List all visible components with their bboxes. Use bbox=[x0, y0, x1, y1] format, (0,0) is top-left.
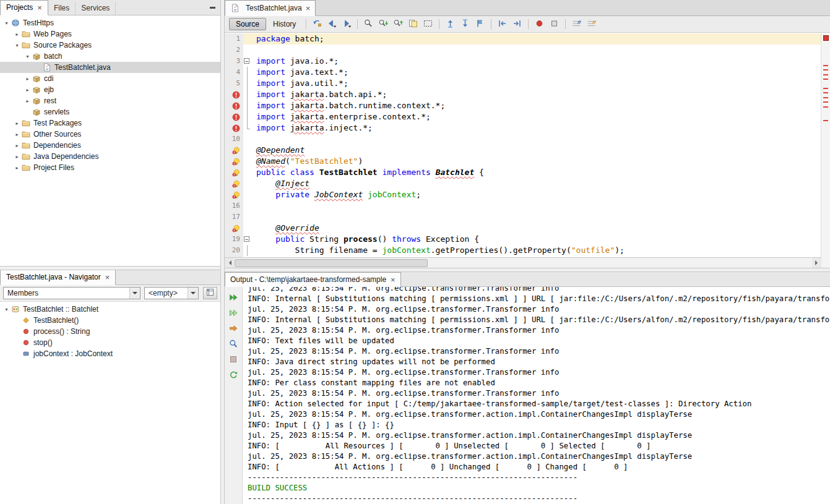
tree-row-rest[interactable]: ▸rest bbox=[0, 95, 220, 106]
code-line-17[interactable]: 17 bbox=[225, 211, 821, 223]
resume-button[interactable] bbox=[227, 323, 240, 336]
tree-row-jobcontext-jobcontext[interactable]: jobContext : JobContext bbox=[0, 348, 220, 359]
tab-services[interactable]: Services bbox=[76, 2, 116, 15]
toggle-highlight-button[interactable] bbox=[406, 17, 420, 31]
error-badge-icon[interactable] bbox=[225, 100, 243, 111]
macro-stop-button[interactable] bbox=[547, 17, 561, 31]
expander-closed-icon[interactable]: ▸ bbox=[13, 154, 21, 160]
code-line-15[interactable]: private JobContext jobContext; bbox=[225, 189, 821, 200]
tab-navigator[interactable]: TestBatchlet.java - Navigator × bbox=[0, 270, 116, 285]
expander-open-icon[interactable]: ▾ bbox=[2, 20, 11, 26]
find-previous-button[interactable] bbox=[391, 17, 405, 31]
close-icon[interactable]: × bbox=[305, 4, 311, 12]
code-line-13[interactable]: public class TestBatchlet implements Bat… bbox=[225, 167, 821, 178]
source-view-button[interactable]: Source bbox=[229, 18, 266, 30]
tree-row-servlets[interactable]: servlets bbox=[0, 106, 220, 117]
tab-files[interactable]: Files bbox=[48, 2, 76, 15]
error-stripe[interactable] bbox=[821, 33, 830, 268]
forward-button[interactable] bbox=[339, 17, 353, 31]
sort-members-button[interactable] bbox=[203, 287, 217, 299]
expander-open-icon[interactable]: ▾ bbox=[13, 43, 21, 48]
code-line-7[interactable]: import jakarta.batch.runtime.context.*; bbox=[225, 100, 821, 111]
error-badge-icon[interactable] bbox=[225, 89, 243, 100]
code-line-2[interactable]: 2 bbox=[225, 45, 821, 56]
back-button[interactable] bbox=[324, 17, 339, 31]
code-line-5[interactable]: 5import java.util.*; bbox=[225, 78, 821, 89]
uncomment-button[interactable] bbox=[584, 17, 599, 31]
tree-row-source-packages[interactable]: ▾Source Packages bbox=[0, 40, 220, 51]
error-stripe-mark[interactable] bbox=[823, 69, 828, 70]
rectangular-selection-button[interactable] bbox=[421, 17, 435, 31]
error-stripe-mark[interactable] bbox=[823, 74, 828, 75]
error-stripe-mark[interactable] bbox=[823, 79, 828, 80]
code-line-8[interactable]: import jakarta.enterprise.context.*; bbox=[225, 111, 821, 122]
output-log[interactable]: jul. 25, 2023 8:15:54 P. M. org.eclipse.… bbox=[243, 287, 830, 504]
close-icon[interactable]: × bbox=[390, 276, 396, 284]
error-hint-icon[interactable] bbox=[225, 167, 243, 178]
error-hint-icon[interactable] bbox=[225, 189, 243, 200]
error-stripe-mark[interactable] bbox=[823, 101, 828, 103]
code-line-3[interactable]: 3−import java.io.*; bbox=[225, 56, 821, 67]
editor-tab-testbatchlet[interactable]: TestBatchlet.java × bbox=[225, 0, 316, 16]
toggle-bookmark-button[interactable] bbox=[473, 17, 487, 31]
expander-closed-icon[interactable]: ▸ bbox=[13, 121, 21, 126]
tree-row-other-sources[interactable]: ▸Other Sources bbox=[0, 129, 220, 140]
error-hint-icon[interactable] bbox=[225, 178, 243, 189]
expander-closed-icon[interactable]: ▸ bbox=[24, 76, 32, 82]
tree-row-testbatchlet-java[interactable]: TestBatchlet.java bbox=[0, 62, 220, 73]
search-output-button[interactable] bbox=[227, 338, 240, 351]
tree-row-testbatchlet-batchlet[interactable]: ▾TestBatchlet :: Batchlet bbox=[0, 304, 220, 315]
code-line-16[interactable]: 16 bbox=[225, 200, 821, 211]
code-line-9[interactable]: import jakarta.inject.*; bbox=[225, 122, 821, 134]
expander-closed-icon[interactable]: ▸ bbox=[24, 98, 32, 104]
tree-row-stop[interactable]: stop() bbox=[0, 337, 220, 348]
tree-row-test-packages[interactable]: ▸Test Packages bbox=[0, 117, 220, 129]
scrollbar-thumb[interactable] bbox=[235, 259, 428, 267]
tree-row-testbatchlet[interactable]: TestBatchlet() bbox=[0, 315, 220, 326]
output-tab[interactable]: Output - C:\temp\jakartaee-transformed-s… bbox=[225, 272, 401, 287]
expander-closed-icon[interactable]: ▸ bbox=[13, 132, 21, 137]
error-stripe-mark[interactable] bbox=[823, 97, 828, 98]
macro-record-button[interactable] bbox=[532, 17, 547, 31]
code-fold-icon[interactable]: − bbox=[243, 56, 251, 67]
left-horizontal-splitter[interactable] bbox=[0, 266, 220, 270]
shift-right-button[interactable] bbox=[510, 17, 524, 31]
code-line-20[interactable]: 20 String filename = jobContext.getPrope… bbox=[225, 245, 821, 256]
code-line-19[interactable]: 19− public String process() throws Excep… bbox=[225, 234, 821, 245]
tree-row-java-dependencies[interactable]: ▸Java Dependencies bbox=[0, 151, 220, 162]
right-horizontal-splitter[interactable] bbox=[225, 268, 830, 272]
error-stripe-mark[interactable] bbox=[823, 120, 828, 121]
tree-row-batch[interactable]: ▾batch bbox=[0, 51, 220, 62]
error-hint-icon[interactable] bbox=[225, 223, 243, 234]
scroll-left-icon[interactable] bbox=[225, 258, 234, 268]
code-line-1[interactable]: 1package batch; bbox=[225, 33, 821, 45]
tree-row-project-files[interactable]: ▸Project Files bbox=[0, 162, 220, 173]
last-edit-button[interactable] bbox=[309, 17, 324, 31]
horizontal-scrollbar[interactable] bbox=[225, 257, 821, 268]
previous-bookmark-button[interactable] bbox=[443, 17, 457, 31]
rerun-button[interactable] bbox=[227, 292, 240, 305]
history-view-button[interactable]: History bbox=[266, 18, 303, 30]
close-icon[interactable]: × bbox=[37, 4, 42, 12]
tree-row-testhttps[interactable]: ▾TestHttps bbox=[0, 17, 220, 28]
code-line-12[interactable]: @Named("TestBatchlet") bbox=[225, 156, 821, 167]
error-stripe-mark[interactable] bbox=[823, 88, 828, 89]
rerun-params-button[interactable] bbox=[227, 307, 240, 320]
stop-build-button[interactable] bbox=[227, 354, 240, 367]
code-line-14[interactable]: @Inject bbox=[225, 178, 821, 189]
code-line-10[interactable]: 10 bbox=[225, 134, 821, 145]
shift-left-button[interactable] bbox=[495, 17, 509, 31]
error-stripe-mark[interactable] bbox=[823, 106, 828, 108]
code-line-4[interactable]: 4import java.text.*; bbox=[225, 67, 821, 78]
expander-closed-icon[interactable]: ▸ bbox=[24, 87, 32, 93]
expander-closed-icon[interactable]: ▸ bbox=[13, 32, 21, 37]
members-filter-select[interactable]: Members bbox=[3, 287, 140, 299]
scroll-right-icon[interactable] bbox=[812, 258, 821, 268]
tree-row-process-string[interactable]: process() : String bbox=[0, 326, 220, 337]
tree-row-web-pages[interactable]: ▸Web Pages bbox=[0, 28, 220, 40]
error-hint-icon[interactable] bbox=[225, 145, 243, 156]
code-line-18[interactable]: @Override bbox=[225, 223, 821, 234]
code-fold-icon[interactable]: − bbox=[243, 234, 251, 245]
error-badge-icon[interactable] bbox=[225, 122, 243, 134]
find-selection-button[interactable] bbox=[361, 17, 376, 31]
